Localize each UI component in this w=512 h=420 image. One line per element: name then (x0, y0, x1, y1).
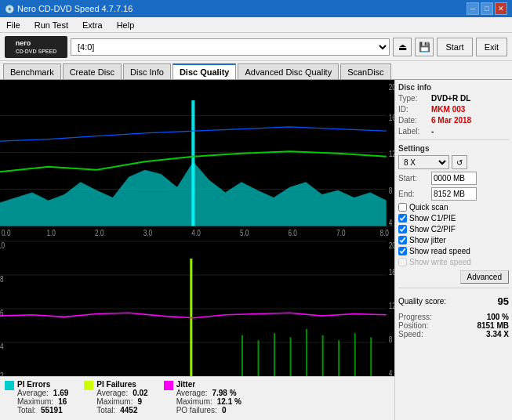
show-c1pie-checkbox[interactable] (398, 214, 407, 223)
speed-row: 8 X 1 X 2 X 4 X 12 X 16 X ↺ (398, 155, 509, 169)
progress-section: Progress: 100 % Position: 8151 MB Speed:… (398, 313, 509, 339)
svg-text:1.0: 1.0 (47, 230, 56, 238)
svg-text:6.0: 6.0 (288, 230, 296, 238)
title-bar-buttons: ─ □ ✕ (467, 2, 507, 15)
start-label: Start: (398, 174, 428, 183)
pi-failures-group: PI Failures Average: 0.02 Maximum: 9 Tot… (84, 380, 147, 417)
speed-value: 3.34 X (486, 330, 509, 339)
charts-area: 20 16 12 8 4 0.0 1.0 2.0 3.0 4.0 5 (0, 80, 394, 376)
divider-2 (398, 288, 509, 288)
svg-rect-47 (354, 333, 356, 376)
jitter-label: Jitter (176, 380, 241, 389)
svg-rect-40 (241, 335, 243, 376)
refresh-icon[interactable]: ↺ (452, 155, 467, 169)
show-jitter-row: Show jitter (398, 236, 509, 244)
po-failures-val: 0 (222, 406, 227, 415)
maximize-button[interactable]: □ (481, 2, 493, 15)
settings-title: Settings (398, 144, 509, 153)
tab-disc-quality[interactable]: Disc Quality (172, 63, 237, 79)
svg-text:8: 8 (389, 186, 393, 195)
end-input[interactable] (431, 187, 477, 201)
svg-text:7.0: 7.0 (336, 230, 345, 238)
id-row: ID: MKM 003 (398, 105, 509, 114)
menu-extra[interactable]: Extra (79, 20, 106, 31)
pi-errors-avg-val: 1.69 (53, 389, 68, 397)
disc-label-row: Label: - (398, 127, 509, 136)
tab-advanced-disc-quality[interactable]: Advanced Disc Quality (238, 63, 339, 79)
type-label: Type: (398, 94, 428, 103)
type-row: Type: DVD+R DL (398, 94, 509, 103)
pi-failures-total-val: 4452 (120, 406, 137, 415)
type-value: DVD+R DL (431, 94, 470, 103)
start-button[interactable]: Start (437, 38, 472, 56)
id-label: ID: (398, 105, 428, 114)
show-c1pie-row: Show C1/PIE (398, 214, 509, 223)
window-title: Nero CD-DVD Speed 4.7.7.16 (17, 4, 133, 13)
svg-text:4.0: 4.0 (191, 230, 200, 238)
show-write-speed-label: Show write speed (409, 258, 471, 266)
tab-benchmark[interactable]: Benchmark (3, 63, 61, 79)
pi-errors-avg-label: Average: (17, 389, 49, 397)
svg-text:8.0: 8.0 (380, 230, 389, 238)
show-read-speed-checkbox[interactable] (398, 247, 407, 255)
pi-errors-legend (5, 381, 14, 390)
position-row: Position: 8151 MB (398, 321, 509, 330)
jitter-max-label: Maximum: (176, 397, 212, 406)
date-row: Date: 6 Mar 2018 (398, 116, 509, 125)
menu-bar: File Run Test Extra Help (0, 17, 512, 33)
svg-text:4: 4 (0, 342, 4, 351)
svg-text:2: 2 (0, 371, 4, 376)
start-input[interactable] (431, 172, 477, 185)
menu-help[interactable]: Help (114, 20, 138, 31)
tab-scandisc[interactable]: ScanDisc (340, 63, 390, 79)
quality-score-label: Quality score: (398, 297, 446, 306)
jitter-avg-val: 7.98 % (212, 389, 236, 397)
menu-run-test[interactable]: Run Test (31, 20, 71, 31)
save-button[interactable]: 💾 (415, 38, 434, 56)
disc-label-value: - (431, 127, 434, 136)
charts-svg: 20 16 12 8 4 0.0 1.0 2.0 3.0 4.0 5 (0, 80, 394, 376)
svg-text:4: 4 (389, 219, 393, 228)
pi-failures-max-val: 9 (137, 397, 142, 406)
tab-bar: Benchmark Create Disc Disc Info Disc Qua… (0, 61, 512, 80)
drive-select[interactable]: [4:0] (71, 38, 390, 56)
svg-rect-13 (191, 100, 194, 226)
show-c2pif-label: Show C2/PIF (409, 225, 456, 234)
nero-logo: neroCD·DVD SPEED (5, 36, 67, 58)
progress-row: Progress: 100 % (398, 313, 509, 321)
svg-text:16: 16 (389, 114, 394, 122)
tab-disc-info[interactable]: Disc Info (123, 63, 171, 79)
pi-errors-group: PI Errors Average: 1.69 Maximum: 16 Tota… (5, 380, 68, 417)
tab-create-disc[interactable]: Create Disc (63, 63, 122, 79)
jitter-max-val: 12.1 % (217, 397, 241, 406)
jitter-avg-label: Average: (176, 389, 208, 397)
disc-label-label: Label: (398, 127, 428, 136)
quick-scan-label: Quick scan (409, 203, 448, 212)
svg-text:16: 16 (389, 268, 394, 277)
date-label: Date: (398, 116, 428, 125)
show-c2pif-checkbox[interactable] (398, 225, 407, 234)
minimize-button[interactable]: ─ (467, 2, 479, 15)
pi-errors-label: PI Errors (17, 380, 68, 389)
speed-select[interactable]: 8 X 1 X 2 X 4 X 12 X 16 X (398, 155, 449, 169)
stats-bar: PI Errors Average: 1.69 Maximum: 16 Tota… (0, 376, 394, 420)
show-jitter-checkbox[interactable] (398, 236, 407, 244)
close-button[interactable]: ✕ (495, 2, 507, 15)
svg-rect-46 (338, 340, 340, 376)
eject-button[interactable]: ⏏ (393, 38, 412, 56)
advanced-button[interactable]: Advanced (460, 270, 509, 284)
svg-text:12: 12 (389, 302, 394, 310)
svg-rect-41 (257, 340, 259, 376)
toolbar: neroCD·DVD SPEED [4:0] ⏏ 💾 Start Exit (0, 33, 512, 61)
disc-info-title: Disc info (398, 83, 509, 92)
show-c2pif-row: Show C2/PIF (398, 225, 509, 234)
svg-text:0.0: 0.0 (2, 230, 10, 238)
jitter-legend (164, 381, 173, 390)
quick-scan-row: Quick scan (398, 203, 509, 212)
end-label: End: (398, 190, 428, 198)
progress-value: 100 % (487, 313, 509, 321)
quick-scan-checkbox[interactable] (398, 203, 407, 212)
show-c1pie-label: Show C1/PIE (409, 214, 456, 223)
exit-button[interactable]: Exit (476, 38, 507, 56)
menu-file[interactable]: File (3, 20, 24, 31)
